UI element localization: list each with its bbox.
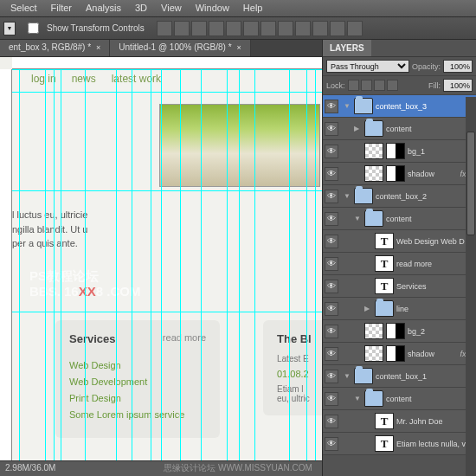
layer-name[interactable]: bg_2 [408,327,474,336]
visibility-icon[interactable]: 👁 [325,145,338,158]
layer-thumbnail[interactable]: T [375,435,394,452]
guide-vertical[interactable] [161,69,162,476]
layer-thumbnail[interactable] [364,120,383,137]
align-icon[interactable] [295,21,311,36]
guide-vertical[interactable] [45,69,46,476]
visibility-icon[interactable]: 👁 [325,212,338,226]
guide-vertical[interactable] [151,69,151,476]
menu-help[interactable]: Help [236,0,270,16]
align-icon[interactable] [330,21,345,36]
doc-tab[interactable]: Untitled-1 @ 100% (RGB/8) *× [110,40,250,56]
layers-tab[interactable]: LAYERS [323,40,371,56]
layer-name[interactable]: content_box_1 [376,372,474,381]
align-icon[interactable] [191,21,207,36]
layer-row[interactable]: 👁TMr. John Doe [323,410,476,433]
guide-vertical[interactable] [254,69,255,476]
layer-name[interactable]: Etiam lectus nulla, ves... [396,440,474,448]
visibility-icon[interactable]: 👁 [325,100,338,113]
guide-horizontal[interactable] [12,92,322,93]
layer-name[interactable]: Mr. John Doe [396,417,474,426]
visibility-icon[interactable]: 👁 [325,257,338,271]
align-icon[interactable] [174,21,190,36]
expand-icon[interactable]: ▼ [354,395,362,402]
layer-row[interactable]: 👁bg_2 [323,320,476,343]
visibility-icon[interactable]: 👁 [325,370,338,383]
layer-row[interactable]: 👁▼content_box_2 [323,185,476,208]
expand-icon[interactable]: ▼ [344,372,351,380]
visibility-icon[interactable]: 👁 [325,302,338,316]
layer-name[interactable]: content_box_2 [376,192,474,201]
guide-vertical[interactable] [61,69,61,476]
layer-row[interactable]: 👁▶content [323,118,476,140]
align-icon[interactable] [261,21,276,36]
guide-vertical[interactable] [306,69,307,476]
canvas[interactable]: log innewslatest work l luctus eu, ultri… [12,69,322,476]
guide-vertical[interactable] [85,69,86,476]
layer-thumbnail[interactable]: T [375,413,394,429]
menu-analysis[interactable]: Analysis [79,0,128,16]
align-icon[interactable] [278,21,293,36]
guide-vertical[interactable] [239,69,240,476]
layer-name[interactable]: Services [396,282,474,291]
layer-name[interactable]: line [396,305,474,313]
lock-all-icon[interactable] [387,80,398,91]
menu-view[interactable]: View [154,0,189,16]
visibility-icon[interactable]: 👁 [325,437,338,451]
layer-row[interactable]: 👁shadowfx ▾ [323,343,476,365]
layer-row[interactable]: 👁TServices [323,275,476,298]
visibility-icon[interactable]: 👁 [325,280,338,293]
layer-row[interactable]: 👁TWeb Design Web Dev... [323,230,476,253]
guide-vertical[interactable] [180,69,181,476]
layer-thumbnail[interactable] [375,300,394,317]
guide-horizontal[interactable] [12,312,322,312]
layer-name[interactable]: content [386,395,474,403]
layer-thumbnail[interactable] [364,323,383,339]
layer-thumbnail[interactable] [354,368,373,384]
menu-3d[interactable]: 3D [128,0,154,16]
lock-pixels-icon[interactable] [361,80,372,91]
visibility-icon[interactable]: 👁 [325,190,338,203]
panel-scrollbar[interactable] [466,97,476,476]
layer-name[interactable]: content_box_3 [376,102,474,111]
fill-field[interactable] [443,79,473,92]
layer-row[interactable]: 👁▼content [323,388,476,410]
align-icon[interactable] [226,21,241,36]
guide-vertical[interactable] [201,69,202,476]
layer-name[interactable]: content [386,125,474,133]
lock-transparency-icon[interactable] [348,80,359,91]
expand-icon[interactable]: ▶ [364,305,372,312]
layer-name[interactable]: content [386,215,474,223]
layer-thumbnail[interactable] [364,345,383,362]
layer-row[interactable]: 👁▼content_box_3 [323,95,476,118]
layer-thumbnail[interactable] [354,98,373,114]
guide-vertical[interactable] [289,69,290,476]
layer-row[interactable]: 👁shadowfx ▾ [323,163,476,185]
guide-vertical[interactable] [54,69,55,476]
expand-icon[interactable]: ▼ [344,192,351,200]
show-transform-checkbox[interactable] [28,23,39,34]
layer-row[interactable]: 👁bg_1 [323,140,476,163]
visibility-icon[interactable]: 👁 [325,122,338,136]
expand-icon[interactable]: ▼ [354,215,362,222]
align-icon[interactable] [243,21,259,36]
tool-preset-dropdown[interactable]: ▼ [3,22,16,35]
layer-thumbnail[interactable]: T [375,233,394,249]
guide-vertical[interactable] [227,69,228,476]
layer-thumbnail[interactable] [364,210,383,227]
visibility-icon[interactable]: 👁 [325,167,338,181]
guide-vertical[interactable] [116,69,117,476]
layer-name[interactable]: shadow [408,170,457,178]
guide-vertical[interactable] [132,69,132,476]
visibility-icon[interactable]: 👁 [325,392,338,406]
menu-select[interactable]: Select [3,0,44,16]
layer-name[interactable]: Web Design Web Dev... [396,237,474,246]
layer-row[interactable]: 👁▼content [323,208,476,230]
layer-thumbnail[interactable] [364,390,383,407]
guide-horizontal[interactable] [12,69,322,70]
layer-mask-thumbnail[interactable] [386,323,405,339]
menu-window[interactable]: Window [189,0,236,16]
align-icon[interactable] [209,21,224,36]
layer-thumbnail[interactable]: T [375,278,394,294]
align-icon[interactable] [347,21,363,36]
blend-mode-select[interactable]: Pass Through [326,60,409,73]
